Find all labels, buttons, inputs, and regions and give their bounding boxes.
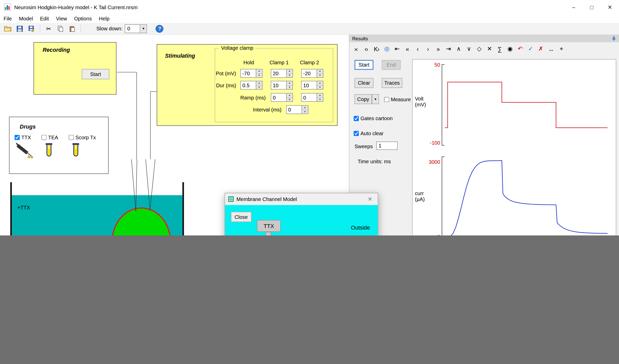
expand-x-icon[interactable]: ‹›: [361, 44, 371, 54]
ramp-clamp1-input[interactable]: [271, 93, 286, 102]
spin-up-icon[interactable]: ▲: [287, 69, 292, 73]
spin-down-icon[interactable]: ▼: [287, 97, 292, 101]
recording-start-button[interactable]: Start: [82, 69, 109, 79]
pot-clamp2-input[interactable]: [301, 69, 317, 78]
charts-area: 50 -100 Volt(mV) 3000 -0 curr(µA) 50 0 c…: [412, 59, 616, 235]
pot-clamp1-input[interactable]: [271, 69, 286, 78]
auto-clear-checkbox-row[interactable]: Auto clear: [354, 131, 384, 136]
menu-edit[interactable]: Edit: [37, 15, 52, 22]
spin-down-icon[interactable]: ▼: [317, 85, 323, 89]
spin-up-icon[interactable]: ▲: [317, 69, 323, 73]
spin-up-icon[interactable]: ▲: [302, 106, 308, 109]
spin-down-icon[interactable]: ▼: [302, 109, 308, 114]
measure-checkbox-row[interactable]: Measure: [384, 97, 411, 103]
results-start-button[interactable]: Start: [354, 60, 373, 70]
spin-down-icon[interactable]: ▼: [256, 73, 262, 77]
ttx-checkbox[interactable]: [15, 135, 20, 140]
first-sweep-icon[interactable]: ⇤: [392, 44, 402, 54]
copy-dropdown-button[interactable]: ▼: [372, 94, 379, 104]
dur-clamp1-input[interactable]: [271, 81, 286, 90]
spin-up-icon[interactable]: ▲: [287, 93, 292, 97]
pin-icon[interactable]: [612, 36, 616, 41]
crosshair-icon[interactable]: ⌖: [556, 44, 566, 54]
ramp-clamp2-input[interactable]: [301, 93, 317, 102]
save-as-button[interactable]: [27, 24, 36, 33]
zoom-select-icon[interactable]: ◎: [382, 44, 392, 54]
cut-button[interactable]: ✂: [44, 24, 53, 33]
auto-clear-checkbox[interactable]: [354, 131, 359, 136]
accept-icon[interactable]: ✓: [526, 44, 535, 54]
results-copy-button[interactable]: Copy: [354, 94, 372, 104]
spin-down-icon[interactable]: ▼: [287, 85, 292, 89]
gates-cartoon-checkbox-row[interactable]: Gates cartoon: [354, 116, 393, 121]
next-fast-icon[interactable]: »: [433, 44, 443, 54]
last-sweep-icon[interactable]: ⇥: [443, 44, 453, 54]
copy-button[interactable]: [56, 24, 65, 33]
pot-clamp2-spinner: ▲▼: [301, 69, 324, 78]
spin-down-icon[interactable]: ▼: [256, 85, 262, 89]
gates-cartoon-checkbox[interactable]: [354, 116, 359, 121]
spin-down-icon[interactable]: ▼: [287, 73, 292, 77]
slow-down-combo[interactable]: 0 ▼: [125, 24, 147, 33]
volt-ytick-top: 50: [423, 62, 440, 68]
save-button[interactable]: [15, 24, 25, 33]
spin-up-icon[interactable]: ▲: [317, 81, 323, 85]
zoom-out-icon[interactable]: ◉: [505, 44, 515, 54]
interval-label: Interval (ms): [239, 107, 283, 113]
paste-button[interactable]: [67, 24, 77, 33]
undo-icon[interactable]: ↶: [515, 44, 525, 54]
close-button[interactable]: ✕: [601, 0, 619, 14]
spin-up-icon[interactable]: ▲: [256, 69, 262, 73]
dur-hold-input[interactable]: [240, 81, 256, 90]
menu-options[interactable]: Options: [70, 15, 95, 22]
scorp-checkbox-row[interactable]: Scorp Tx: [69, 134, 96, 140]
spin-up-icon[interactable]: ▲: [256, 81, 262, 85]
shift-up-icon[interactable]: ∧: [454, 44, 463, 54]
recording-title: Recording: [43, 46, 70, 53]
spin-down-icon[interactable]: ▼: [317, 73, 323, 77]
compress-y-icon[interactable]: ✕: [484, 44, 494, 54]
bath-ttx-label: +TTX: [17, 205, 30, 210]
spin-up-icon[interactable]: ▲: [317, 93, 323, 97]
sweeps-input[interactable]: [376, 142, 397, 150]
menu-model[interactable]: Model: [15, 15, 37, 22]
cancel-icon[interactable]: ✗: [536, 44, 546, 54]
results-traces-button[interactable]: Traces: [382, 78, 402, 88]
maximize-button[interactable]: □: [583, 0, 601, 14]
application-window: Neurosim Hodgkin-Huxley model - K Tail C…: [0, 0, 619, 235]
tea-checkbox-row[interactable]: TEA: [41, 134, 58, 140]
pot-hold-input[interactable]: [240, 69, 256, 78]
measure-checkbox[interactable]: [384, 97, 389, 102]
fit-sweep-icon[interactable]: K›: [372, 44, 382, 54]
compress-x-icon[interactable]: ›‹: [351, 44, 361, 54]
pan-icon[interactable]: ↔: [546, 44, 556, 54]
results-end-button: End: [382, 60, 401, 70]
help-button[interactable]: ?: [156, 25, 164, 33]
minimize-button[interactable]: –: [565, 0, 583, 14]
chevron-down-icon[interactable]: ▼: [140, 25, 147, 33]
volt-y-axis: [442, 64, 445, 145]
dur-clamp2-input[interactable]: [301, 81, 317, 90]
spin-down-icon[interactable]: ▼: [317, 97, 323, 101]
dialog-close-button[interactable]: Close: [231, 212, 251, 222]
save-icon: [17, 26, 23, 32]
prev-icon[interactable]: ‹: [412, 44, 422, 54]
current-plot[interactable]: [445, 157, 608, 235]
tea-checkbox[interactable]: [41, 135, 46, 140]
integrate-icon[interactable]: ∑: [495, 44, 505, 54]
menu-view[interactable]: View: [52, 15, 70, 22]
dialog-close-icon[interactable]: ✕: [365, 195, 375, 203]
expand-y-icon[interactable]: ◇: [474, 44, 484, 54]
voltage-plot[interactable]: [445, 64, 608, 145]
interval-input[interactable]: [286, 105, 302, 114]
results-clear-button[interactable]: Clear: [354, 78, 373, 88]
menu-file[interactable]: File: [0, 15, 15, 22]
ttx-checkbox-row[interactable]: TTX: [15, 134, 31, 140]
shift-down-icon[interactable]: ∨: [464, 44, 474, 54]
menu-help[interactable]: Help: [95, 15, 113, 22]
spin-up-icon[interactable]: ▲: [287, 81, 292, 85]
open-button[interactable]: [3, 24, 13, 33]
prev-fast-icon[interactable]: «: [402, 44, 412, 54]
next-icon[interactable]: ›: [423, 44, 433, 54]
scorp-checkbox[interactable]: [69, 135, 74, 140]
